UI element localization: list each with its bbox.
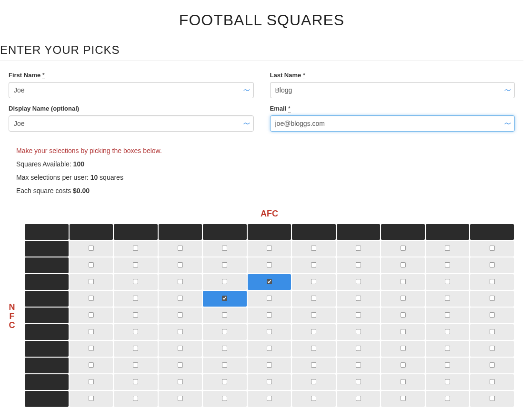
square-checkbox[interactable] [490,345,495,350]
grid-cell[interactable] [426,358,470,373]
square-checkbox[interactable] [133,395,138,401]
square-checkbox[interactable] [400,312,405,317]
grid-cell[interactable] [381,358,425,373]
grid-cell[interactable] [114,291,158,307]
grid-cell[interactable] [159,374,202,390]
square-checkbox[interactable] [267,262,272,267]
square-checkbox[interactable] [356,312,361,317]
square-checkbox[interactable] [356,379,361,384]
square-checkbox[interactable] [267,379,272,384]
square-checkbox[interactable] [400,345,405,350]
grid-cell[interactable] [381,241,425,257]
square-checkbox[interactable] [311,345,316,350]
square-checkbox[interactable] [178,295,183,300]
square-checkbox[interactable] [490,278,495,284]
grid-cell[interactable] [292,341,336,357]
grid-cell[interactable] [70,324,113,340]
grid-cell[interactable] [337,308,381,323]
square-checkbox[interactable] [267,362,272,367]
display-name-input[interactable] [9,115,254,132]
grid-cell[interactable] [159,274,202,290]
square-checkbox[interactable] [400,362,405,367]
grid-cell[interactable] [159,324,202,340]
grid-cell[interactable] [248,324,291,340]
grid-cell[interactable] [337,324,381,340]
grid-cell[interactable] [114,391,158,407]
square-checkbox[interactable] [356,278,361,284]
grid-cell[interactable] [426,391,470,407]
square-checkbox[interactable] [178,345,183,350]
grid-cell[interactable] [70,241,113,257]
square-checkbox[interactable] [89,379,94,384]
square-checkbox[interactable] [89,262,94,267]
grid-cell[interactable] [114,241,158,257]
grid-cell[interactable] [248,291,291,307]
grid-cell[interactable] [203,391,247,407]
grid-cell[interactable] [114,358,158,373]
square-checkbox[interactable] [133,345,138,350]
square-checkbox[interactable] [133,245,138,250]
grid-cell[interactable] [114,341,158,357]
square-checkbox[interactable] [267,245,272,250]
square-checkbox[interactable] [222,362,227,367]
grid-cell[interactable] [426,308,470,323]
square-checkbox[interactable] [267,278,272,284]
grid-cell[interactable] [381,291,425,307]
grid-cell[interactable] [381,308,425,323]
grid-cell[interactable] [470,257,514,273]
square-checkbox[interactable] [311,329,316,334]
square-checkbox[interactable] [133,379,138,384]
square-checkbox[interactable] [356,245,361,250]
grid-cell[interactable] [337,241,381,257]
square-checkbox[interactable] [490,312,495,317]
square-checkbox[interactable] [356,395,361,401]
square-checkbox[interactable] [178,362,183,367]
square-checkbox[interactable] [89,312,94,317]
square-checkbox[interactable] [89,329,94,334]
grid-cell[interactable] [248,241,291,257]
square-checkbox[interactable] [445,312,450,317]
grid-cell[interactable] [70,391,113,407]
square-checkbox[interactable] [445,345,450,350]
grid-cell[interactable] [470,324,514,340]
square-checkbox[interactable] [445,362,450,367]
square-checkbox[interactable] [445,329,450,334]
grid-cell[interactable] [114,257,158,273]
square-checkbox[interactable] [89,295,94,300]
square-checkbox[interactable] [222,295,227,300]
square-checkbox[interactable] [178,379,183,384]
square-checkbox[interactable] [400,262,405,267]
square-checkbox[interactable] [222,329,227,334]
square-checkbox[interactable] [89,278,94,284]
grid-cell[interactable] [470,374,514,390]
square-checkbox[interactable] [89,245,94,250]
grid-cell[interactable] [470,341,514,357]
square-checkbox[interactable] [311,395,316,401]
grid-cell[interactable] [248,341,291,357]
grid-cell[interactable] [159,391,202,407]
grid-cell[interactable] [159,257,202,273]
grid-cell[interactable] [426,274,470,290]
grid-cell[interactable] [70,358,113,373]
first-name-input[interactable] [9,82,254,98]
square-checkbox[interactable] [490,379,495,384]
grid-cell[interactable] [114,374,158,390]
square-checkbox[interactable] [267,329,272,334]
square-checkbox[interactable] [133,262,138,267]
grid-cell[interactable] [70,274,113,290]
grid-cell[interactable] [470,358,514,373]
grid-cell[interactable] [426,374,470,390]
grid-cell[interactable] [203,291,247,307]
square-checkbox[interactable] [178,278,183,284]
square-checkbox[interactable] [222,379,227,384]
grid-cell[interactable] [248,374,291,390]
square-checkbox[interactable] [311,312,316,317]
square-checkbox[interactable] [222,245,227,250]
grid-cell[interactable] [292,358,336,373]
square-checkbox[interactable] [133,362,138,367]
grid-cell[interactable] [159,291,202,307]
last-name-input[interactable] [270,82,515,98]
grid-cell[interactable] [337,374,381,390]
square-checkbox[interactable] [133,295,138,300]
grid-cell[interactable] [337,274,381,290]
